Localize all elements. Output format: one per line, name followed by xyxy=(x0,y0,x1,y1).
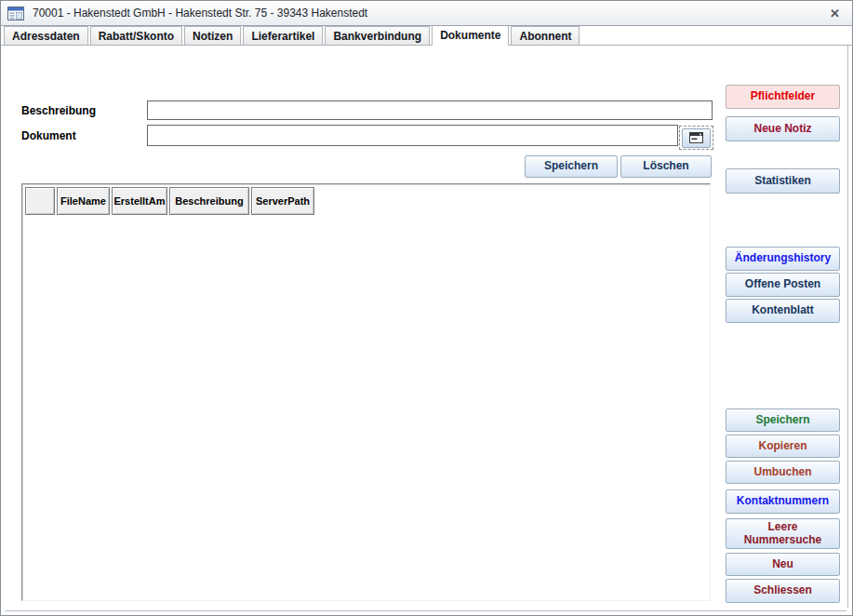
sidebar-button-schliessen[interactable]: Schliessen xyxy=(726,579,840,603)
close-icon[interactable]: ✕ xyxy=(827,7,843,20)
customer-form-window: 70001 - Hakenstedt GmbH - Hakenstedt Str… xyxy=(0,0,853,616)
column-header-filename[interactable]: FileName xyxy=(57,187,110,215)
tab-bar: Adressdaten Rabatt/Skonto Notizen Liefer… xyxy=(1,26,852,46)
speichern-form-button[interactable]: Speichern xyxy=(525,155,618,178)
sidebar-button-aenderungshistory[interactable]: Änderungshistory xyxy=(726,247,840,271)
column-header-beschreibung[interactable]: Beschreibung xyxy=(169,187,249,215)
sidebar-button-leere-nummersuche[interactable]: Leere Nummersuche xyxy=(726,518,840,549)
column-header-serverpath[interactable]: ServerPath xyxy=(251,187,314,215)
loeschen-form-button[interactable]: Löschen xyxy=(620,155,712,178)
window-titlebar: 70001 - Hakenstedt GmbH - Hakenstedt Str… xyxy=(1,1,852,26)
beschreibung-input[interactable] xyxy=(147,100,713,120)
sidebar-button-speichern[interactable]: Speichern xyxy=(726,408,840,432)
tab-adressdaten[interactable]: Adressdaten xyxy=(4,26,88,45)
sidebar-button-kontaktnummern[interactable]: Kontaktnummern xyxy=(726,489,840,514)
beschreibung-label: Beschreibung xyxy=(21,104,96,117)
column-header-record-selector[interactable] xyxy=(25,187,55,215)
column-header-erstelltam[interactable]: ErstelltAm xyxy=(112,187,167,215)
form-window-icon xyxy=(7,7,24,20)
sidebar-button-offene-posten[interactable]: Offene Posten xyxy=(726,273,840,297)
sidebar-button-kontenblatt[interactable]: Kontenblatt xyxy=(726,299,840,323)
sidebar-button-umbuchen[interactable]: Umbuchen xyxy=(726,461,840,484)
tab-rabatt-skonto[interactable]: Rabatt/Skonto xyxy=(90,26,182,45)
tab-lieferartikel[interactable]: Lieferartikel xyxy=(243,26,323,45)
window-title: 70001 - Hakenstedt GmbH - Hakenstedt Str… xyxy=(33,7,367,20)
sidebar-button-statistiken[interactable]: Statistiken xyxy=(726,168,840,194)
documents-table-panel: FileName ErstelltAm Beschreibung ServerP… xyxy=(21,183,711,601)
dokument-builder-focus-frame xyxy=(679,126,713,150)
sidebar-button-neue-notiz[interactable]: Neue Notiz xyxy=(726,116,840,141)
tab-notizen[interactable]: Notizen xyxy=(184,26,241,45)
sidebar-button-pflichtfelder[interactable]: Pflichtfelder xyxy=(726,85,840,109)
window-frame-line xyxy=(847,27,848,608)
tab-dokumente[interactable]: Dokumente xyxy=(432,25,509,46)
dokument-label: Dokument xyxy=(21,129,76,142)
window-frame-line xyxy=(5,610,846,611)
documents-table-header: FileName ErstelltAm Beschreibung ServerP… xyxy=(25,187,314,215)
tab-bankverbindung[interactable]: Bankverbindung xyxy=(325,26,430,45)
dokument-input[interactable] xyxy=(147,125,678,146)
dokument-browse-button[interactable] xyxy=(682,128,711,148)
sidebar-button-kopieren[interactable]: Kopieren xyxy=(726,435,840,458)
sidebar-button-neu[interactable]: Neu xyxy=(726,553,840,576)
tab-abonnent[interactable]: Abonnent xyxy=(511,26,580,45)
window-builder-icon xyxy=(689,132,703,143)
